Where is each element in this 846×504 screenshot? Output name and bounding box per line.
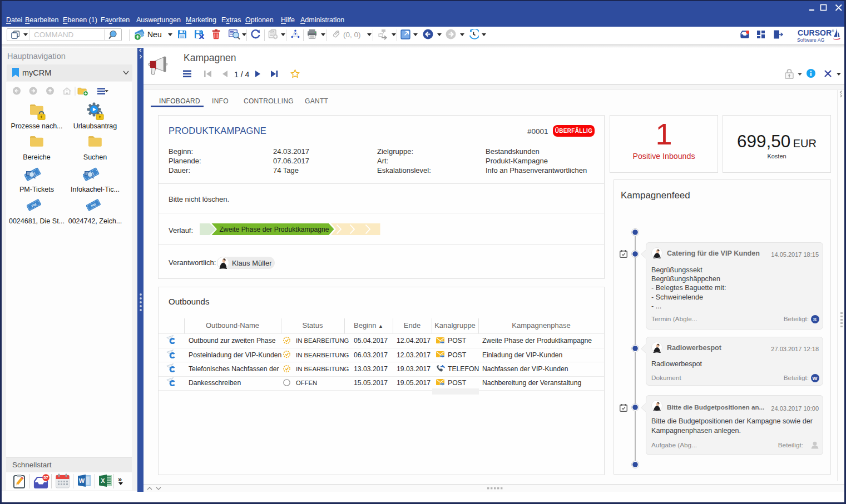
svg-text:X: X bbox=[101, 477, 105, 484]
svg-text:Zweite Phase der Produktkampag: Zweite Phase der Produktkampagne bbox=[219, 226, 329, 233]
svg-text:W: W bbox=[79, 477, 85, 484]
svg-text:57: 57 bbox=[43, 475, 48, 480]
